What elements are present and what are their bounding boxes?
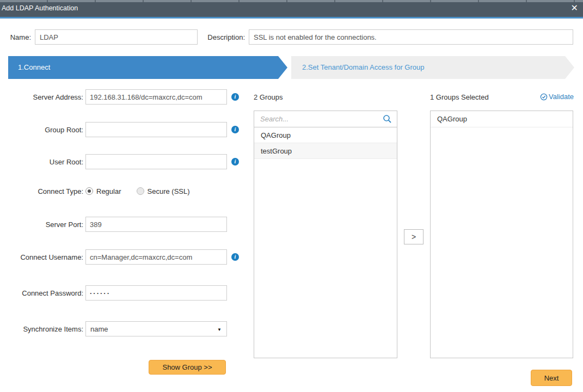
close-icon[interactable]: ✕ xyxy=(571,3,578,14)
synchronize-items-value: name xyxy=(90,325,108,333)
server-address-label: Server Address: xyxy=(4,93,83,101)
group-root-label: Group Root: xyxy=(4,126,83,134)
next-button[interactable]: Next xyxy=(531,370,572,386)
connect-username-label: Connect Username: xyxy=(4,253,83,261)
move-right-button[interactable]: > xyxy=(404,229,424,244)
connect-type-label: Connect Type: xyxy=(4,187,83,195)
groups-list: QAGroup testGroup xyxy=(254,111,397,358)
info-icon[interactable]: i xyxy=(231,158,239,166)
user-root-row: User Root: i xyxy=(4,154,239,169)
tab-connect[interactable]: 1.Connect xyxy=(8,56,287,79)
server-address-field[interactable] xyxy=(85,89,227,105)
connect-username-field[interactable] xyxy=(85,249,227,265)
synchronize-items-row: Synchronize Items: name ▼ xyxy=(4,321,227,336)
server-port-field[interactable] xyxy=(85,217,227,232)
server-address-row: Server Address: i xyxy=(4,89,239,105)
synchronize-items-select[interactable]: name ▼ xyxy=(85,321,227,336)
chevron-down-icon: ▼ xyxy=(217,327,222,332)
name-label: Name: xyxy=(4,33,31,41)
radio-regular[interactable] xyxy=(85,187,93,195)
connect-password-label: Connect Password: xyxy=(4,289,83,297)
selected-groups-list: QAGroup xyxy=(430,111,573,358)
connect-type-row: Connect Type: Regular Secure (SSL) xyxy=(4,186,202,197)
radio-secure-ssl[interactable] xyxy=(137,187,144,195)
connect-username-row: Connect Username: i xyxy=(4,249,239,265)
shield-check-icon xyxy=(540,93,548,101)
name-field[interactable] xyxy=(35,29,198,45)
selected-group-list-item[interactable]: QAGroup xyxy=(431,111,573,127)
user-root-field[interactable] xyxy=(85,154,227,169)
dialog-title: Add LDAP Authentication xyxy=(2,4,78,12)
validate-link[interactable]: Validate xyxy=(540,93,574,101)
validate-label: Validate xyxy=(549,93,574,101)
server-port-row: Server Port: xyxy=(4,217,227,232)
groups-count-label: 2 Groups xyxy=(254,93,283,101)
background-grid-edge xyxy=(0,0,583,2)
connect-password-field[interactable] xyxy=(85,285,227,301)
search-icon[interactable] xyxy=(383,114,392,124)
radio-secure-ssl-label: Secure (SSL) xyxy=(148,187,190,195)
show-group-button[interactable]: Show Group >> xyxy=(149,360,226,375)
group-root-row: Group Root: i xyxy=(4,122,239,137)
selected-groups-count-label: 1 Groups Selected xyxy=(430,93,489,101)
server-port-label: Server Port: xyxy=(4,220,83,229)
user-root-label: User Root: xyxy=(4,158,83,166)
group-search-row xyxy=(254,111,397,127)
info-icon[interactable]: i xyxy=(231,126,239,133)
description-field[interactable] xyxy=(249,29,573,45)
description-label: Description: xyxy=(206,33,245,41)
radio-regular-label: Regular xyxy=(96,187,121,195)
info-icon[interactable]: i xyxy=(231,253,239,261)
group-list-item[interactable]: QAGroup xyxy=(254,127,397,143)
tab-set-tenant-domain-access[interactable]: 2.Set Tenant/Domain Access for Group xyxy=(291,56,574,79)
group-search-input[interactable] xyxy=(259,114,383,124)
group-list-item[interactable]: testGroup xyxy=(254,143,397,159)
dialog-titlebar: Add LDAP Authentication ✕ xyxy=(0,0,583,17)
group-root-field[interactable] xyxy=(85,122,227,137)
synchronize-items-label: Synchronize Items: xyxy=(4,325,83,333)
info-icon[interactable]: i xyxy=(231,93,239,101)
titlebar-accent-line xyxy=(0,17,583,19)
connect-type-radio-group: Regular Secure (SSL) xyxy=(85,187,202,195)
connect-password-row: Connect Password: xyxy=(4,285,227,301)
